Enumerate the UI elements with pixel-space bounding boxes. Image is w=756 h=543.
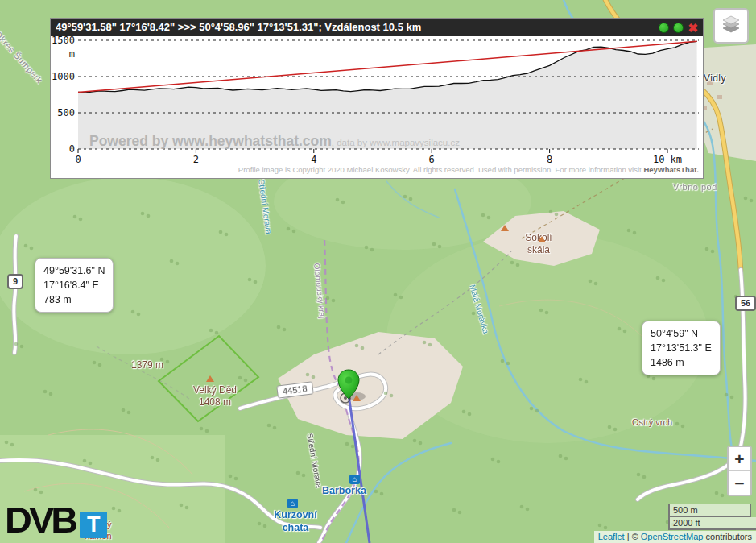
- zoom-in-button[interactable]: +: [729, 447, 750, 471]
- road-shield-9: 9: [7, 274, 23, 289]
- scale-control: 500 m 2000 ft: [668, 504, 756, 530]
- svg-text:4: 4: [311, 154, 316, 164]
- scale-metric: 500 m: [668, 504, 751, 517]
- elevation-chart-svg: 050010001500m0246810 km: [51, 36, 703, 164]
- close-icon[interactable]: ✖: [688, 23, 698, 33]
- openstreetmap-link[interactable]: OpenStreetMap: [641, 532, 704, 541]
- dvbt-logo: DVB T: [5, 503, 107, 538]
- svg-text:10 km: 10 km: [653, 154, 682, 164]
- svg-text:1500: 1500: [52, 36, 75, 46]
- elevation-profile-panel: 49°59'31.58" 17°16'8.42" >>> 50°4'58.96"…: [50, 18, 704, 179]
- attribution-suffix: contributors: [703, 532, 752, 541]
- profile-title-text: 49°59'31.58" 17°16'8.42" >>> 50°4'58.96"…: [56, 19, 659, 36]
- green-dot-button[interactable]: [673, 23, 684, 33]
- start-point-tooltip: 49°59'31.6" N 17°16'8.4" E 783 m: [35, 258, 114, 313]
- attribution-bar: Leaflet | © OpenStreetMap contributors: [594, 531, 756, 543]
- peak-icon: [353, 395, 361, 401]
- svg-text:6: 6: [429, 154, 435, 164]
- end-lat: 50°4'59" N: [651, 326, 712, 341]
- map-label-velky-ded: Velký Děd 1408 m: [179, 384, 251, 408]
- start-lat: 49°59'31.6" N: [43, 263, 105, 278]
- svg-text:8: 8: [547, 154, 552, 164]
- start-lon: 17°16'8.4" E: [43, 278, 105, 292]
- map-label-kurzovni-chata: Kurzovní chata: [267, 509, 324, 534]
- hut-icon: ⌂: [349, 475, 360, 484]
- svg-text:m: m: [69, 48, 75, 60]
- map-label-vidly: Vidly: [704, 73, 726, 85]
- svg-text:1000: 1000: [52, 71, 75, 82]
- dvb-logo-text: DVB: [5, 504, 75, 537]
- end-lon: 17°13'51.3" E: [651, 341, 712, 355]
- map-label-vrbno: Vrbno pod: [673, 182, 717, 193]
- dvbt-t-icon: T: [80, 512, 107, 538]
- start-alt: 783 m: [43, 292, 105, 307]
- scale-imperial: 2000 ft: [668, 517, 756, 530]
- layers-icon: [720, 15, 742, 37]
- peak-icon: [538, 236, 546, 242]
- layers-control[interactable]: [713, 8, 749, 44]
- copyright-link[interactable]: HeyWhatsThat.: [643, 165, 699, 174]
- profile-title-bar[interactable]: 49°59'31.58" 17°16'8.42" >>> 50°4'58.96"…: [51, 19, 703, 36]
- svg-text:0: 0: [69, 143, 75, 155]
- zoom-control: + −: [727, 446, 752, 496]
- road-shield-56: 56: [735, 296, 756, 311]
- elevation-chart: 050010001500m0246810 km Powered by www.h…: [51, 36, 703, 164]
- peak-icon: [206, 375, 214, 382]
- svg-text:2: 2: [193, 154, 199, 164]
- peak-icon: [501, 225, 509, 231]
- copyright-text: Profile image is Copyright 2020 Michael …: [238, 165, 644, 174]
- map-label-ostry-vrch: Ostrý vrch: [632, 417, 672, 429]
- hut-icon: ⌂: [287, 499, 298, 508]
- end-point-tooltip: 50°4'59" N 17°13'51.3" E 1486 m: [642, 321, 721, 375]
- green-dot-button[interactable]: [659, 23, 669, 33]
- leaflet-link[interactable]: Leaflet: [598, 532, 625, 541]
- end-alt: 1486 m: [651, 355, 712, 370]
- profile-copyright: Profile image is Copyright 2020 Michael …: [238, 165, 699, 174]
- attribution-separator: | ©: [625, 532, 641, 541]
- map-application: Vidly Okres Šumperk Vrbno pod Sokolí ská…: [0, 0, 756, 543]
- zoom-out-button[interactable]: −: [729, 471, 750, 495]
- svg-text:0: 0: [75, 154, 81, 164]
- map-label-1379m: 1379 m: [131, 359, 163, 371]
- map-label-barborka: Barborka: [322, 485, 366, 498]
- svg-text:500: 500: [57, 107, 75, 118]
